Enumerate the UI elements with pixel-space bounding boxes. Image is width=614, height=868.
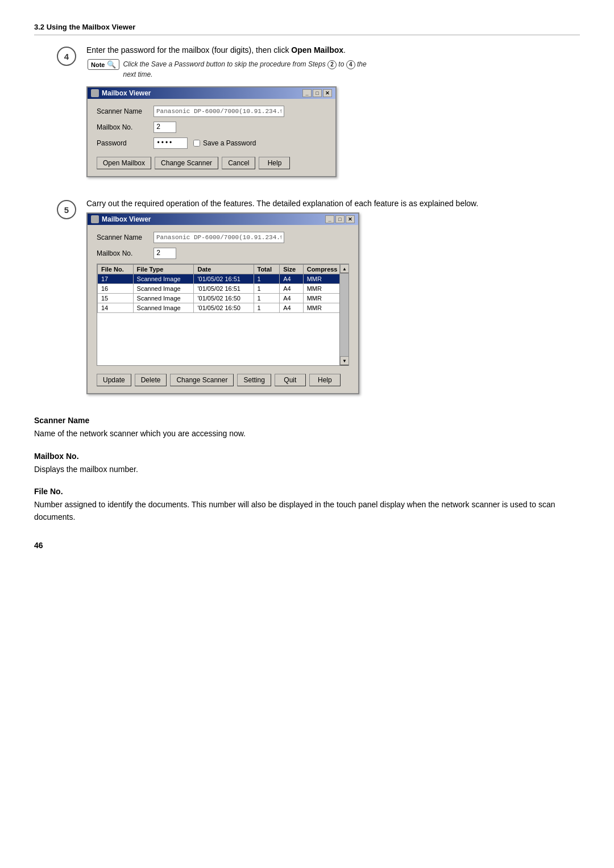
- table-row[interactable]: 15Scanned Image'01/05/02 16:501A4MMR: [98, 294, 349, 303]
- scanner-name-text: Name of the network scanner which you ar…: [34, 428, 580, 440]
- dialog1-title-left: Mailbox Viewer: [91, 89, 151, 97]
- scanner-name-section: Scanner Name Name of the network scanner…: [34, 416, 580, 440]
- step4-circle: 4: [57, 47, 76, 66]
- col-file-no: File No.: [98, 265, 134, 274]
- scanner-name-input: [154, 106, 284, 117]
- dialog2-controls[interactable]: _ □ ✕: [325, 215, 355, 223]
- dialog2-body: Scanner Name Mailbox No. File No.: [88, 225, 358, 393]
- file-no-title: File No.: [34, 487, 580, 496]
- update-button[interactable]: Update: [97, 374, 131, 386]
- dialog2-titlebar: Mailbox Viewer _ □ ✕: [88, 214, 358, 225]
- password-row: Password Save a Password: [97, 137, 326, 149]
- note-text: Click the Save a Password button to skip…: [123, 59, 366, 80]
- scanner-name-row: Scanner Name: [97, 106, 326, 117]
- dialog1-icon: [91, 89, 99, 97]
- dialog1-controls[interactable]: _ □ ✕: [302, 89, 332, 97]
- col-size: Size: [280, 265, 304, 274]
- mailbox-no-input[interactable]: [154, 122, 176, 133]
- dialog2-icon: [91, 215, 99, 223]
- scrollbar-vertical[interactable]: ▲ ▼: [339, 264, 349, 365]
- table-row[interactable]: 17Scanned Image'01/05/02 16:511A4MMR: [98, 274, 349, 284]
- scroll-down-button[interactable]: ▼: [340, 356, 349, 365]
- col-total: Total: [254, 265, 280, 274]
- file-table-container: File No. File Type Date Total Size Compr…: [97, 264, 349, 366]
- mailbox-no-text: Displays the mailbox number.: [34, 464, 580, 476]
- dialog2-scanner-name-label: Scanner Name: [97, 233, 154, 241]
- step4-content: Enter the password for the mailbox (four…: [86, 45, 580, 182]
- file-table: File No. File Type Date Total Size Compr…: [97, 264, 349, 313]
- dialog2-scanner-name-input: [154, 232, 284, 243]
- help-button2[interactable]: Help: [309, 374, 341, 386]
- step5-circle: 5: [57, 200, 76, 219]
- step5-content: Carry out the required operation of the …: [86, 199, 580, 399]
- scroll-track: [340, 273, 349, 356]
- save-password-label[interactable]: Save a Password: [193, 139, 256, 147]
- col-date: Date: [194, 265, 254, 274]
- step5-block: 5 Carry out the required operation of th…: [57, 199, 580, 399]
- dialog2-maximize-button[interactable]: □: [335, 215, 345, 223]
- dialog2-close-button[interactable]: ✕: [346, 215, 355, 223]
- mailbox-no-section: Mailbox No. Displays the mailbox number.: [34, 452, 580, 476]
- dialog2-minimize-button[interactable]: _: [325, 215, 334, 223]
- step5-text: Carry out the required operation of the …: [86, 199, 580, 208]
- scanner-name-title: Scanner Name: [34, 416, 580, 425]
- table-wrapper: File No. File Type Date Total Size Compr…: [97, 264, 349, 366]
- dialog2-mailbox-no-label: Mailbox No.: [97, 249, 154, 257]
- change-scanner-button2[interactable]: Change Scanner: [170, 374, 234, 386]
- quit-button[interactable]: Quit: [275, 374, 306, 386]
- section-header: 3.2 Using the Mailbox Viewer: [34, 23, 580, 35]
- dialog2-mailbox-no-row: Mailbox No.: [97, 248, 349, 259]
- file-no-text: Number assigned to identify the document…: [34, 499, 580, 523]
- dialog2-title-left: Mailbox Viewer: [91, 215, 151, 223]
- maximize-button[interactable]: □: [313, 89, 322, 97]
- save-password-checkbox[interactable]: [193, 140, 200, 147]
- magnifier-icon: 🔍: [107, 60, 116, 69]
- page-number: 46: [34, 541, 580, 550]
- password-input[interactable]: [154, 137, 188, 149]
- setting-button[interactable]: Setting: [237, 374, 271, 386]
- file-no-section: File No. Number assigned to identify the…: [34, 487, 580, 523]
- mailbox-no-title: Mailbox No.: [34, 452, 580, 461]
- step4-note: Note 🔍 Click the Save a Password button …: [88, 59, 580, 80]
- dialog1: Mailbox Viewer _ □ ✕ Scanner Name Mailbo…: [86, 86, 337, 177]
- dialog2-mailbox-no-input[interactable]: [154, 248, 176, 259]
- delete-button[interactable]: Delete: [135, 374, 167, 386]
- dialog1-buttons: Open Mailbox Change Scanner Cancel Help: [97, 155, 326, 169]
- cancel-button[interactable]: Cancel: [222, 157, 255, 169]
- dialog2-buttons: Update Delete Change Scanner Setting Qui…: [97, 372, 349, 386]
- descriptions: Scanner Name Name of the network scanner…: [34, 416, 580, 524]
- minimize-button[interactable]: _: [302, 89, 312, 97]
- change-scanner-button[interactable]: Change Scanner: [155, 157, 218, 169]
- password-label: Password: [97, 139, 154, 147]
- scroll-up-button[interactable]: ▲: [340, 264, 349, 273]
- note-label: Note 🔍: [88, 59, 119, 70]
- dialog1-body: Scanner Name Mailbox No. Password Save a…: [88, 99, 335, 176]
- col-file-type: File Type: [133, 265, 194, 274]
- step4-text: Enter the password for the mailbox (four…: [86, 45, 580, 55]
- close-button[interactable]: ✕: [323, 89, 332, 97]
- dialog2-title: Mailbox Viewer: [102, 215, 151, 223]
- table-row[interactable]: 16Scanned Image'01/05/02 16:511A4MMR: [98, 284, 349, 294]
- step4-block: 4 Enter the password for the mailbox (fo…: [57, 45, 580, 182]
- dialog1-titlebar: Mailbox Viewer _ □ ✕: [88, 87, 335, 99]
- dialog2: Mailbox Viewer _ □ ✕ Scanner Name Mailbo…: [86, 212, 359, 394]
- table-row[interactable]: 14Scanned Image'01/05/02 16:501A4MMR: [98, 303, 349, 313]
- scanner-name-label: Scanner Name: [97, 107, 154, 115]
- help-button[interactable]: Help: [259, 157, 290, 169]
- dialog1-title: Mailbox Viewer: [102, 89, 151, 97]
- open-mailbox-button[interactable]: Open Mailbox: [97, 157, 151, 169]
- dialog2-scanner-name-row: Scanner Name: [97, 232, 349, 243]
- mailbox-no-row: Mailbox No.: [97, 122, 326, 133]
- mailbox-no-label: Mailbox No.: [97, 123, 154, 131]
